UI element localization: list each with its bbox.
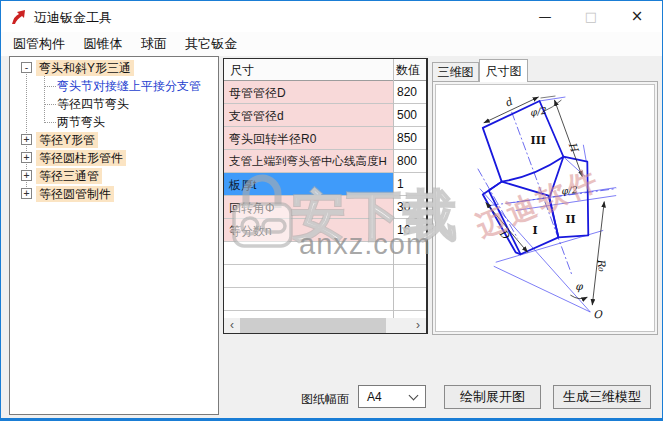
expand-icon[interactable]: + bbox=[21, 170, 32, 181]
horizontal-scrollbar[interactable]: ‹ › bbox=[224, 318, 426, 333]
parameter-table: 尺寸 数值 母管管径D 820 支管管径d 500 弯头回转半径R0 850 支… bbox=[223, 58, 428, 334]
table-row: 弯头回转半径R0 850 bbox=[224, 127, 426, 150]
tree-item-elbow-y-tee[interactable]: 弯头和斜Y形三通 bbox=[36, 59, 134, 77]
table-row-selected: 板厚t 1 bbox=[224, 173, 426, 196]
tree-item-equal-y-pipe[interactable]: 等径Y形管 bbox=[36, 131, 98, 149]
menu-item-cone[interactable]: 圆锥体 bbox=[76, 32, 129, 56]
vendor-watermark: 迈迪软件 bbox=[471, 162, 605, 243]
app-window: 迈迪钣金工具 — □ × 圆管构件 圆锥体 球面 其它钣金 弯头和斜Y形三通 -… bbox=[0, 0, 663, 421]
region-label-3: III bbox=[531, 134, 546, 147]
scrollbar-thumb[interactable] bbox=[240, 318, 386, 333]
scroll-left-icon[interactable]: ‹ bbox=[224, 318, 240, 333]
paper-size-label: 图纸幅面 bbox=[301, 391, 349, 408]
param-value[interactable]: 820 bbox=[394, 81, 427, 104]
param-value[interactable]: 30 bbox=[394, 196, 427, 219]
dim-label-H: H bbox=[567, 140, 582, 154]
generate-3d-model-button[interactable]: 生成三维模型 bbox=[553, 385, 651, 409]
param-label[interactable]: 母管管径D bbox=[224, 81, 393, 104]
header-dimension: 尺寸 bbox=[230, 62, 254, 79]
menu-bar: 圆管构件 圆锥体 球面 其它钣金 bbox=[1, 32, 662, 56]
dim-label-d: d bbox=[502, 95, 514, 109]
table-header: 尺寸 数值 bbox=[224, 59, 426, 81]
dim-label-phi: φ bbox=[575, 280, 583, 293]
dimension-drawing: d φ/2 H φ/2 D R₀ φ O I II III 迈迪软件 bbox=[435, 84, 655, 332]
dim-label-R0: R₀ bbox=[595, 258, 608, 272]
app-logo-icon bbox=[11, 9, 27, 25]
tab-dimension-view[interactable]: 尺寸图 bbox=[479, 59, 528, 82]
window-title: 迈迪钣金工具 bbox=[34, 9, 112, 27]
menu-item-pipe-components[interactable]: 圆管构件 bbox=[6, 32, 72, 56]
tree-item-branch-on-seam[interactable]: 弯头节对接缝上平接分支管 bbox=[54, 77, 204, 95]
table-row-empty bbox=[224, 265, 426, 288]
tree-item-equal-tee[interactable]: 等径三通管 bbox=[36, 167, 102, 185]
minimize-button[interactable]: — bbox=[522, 1, 568, 32]
param-label[interactable]: 支管上端到弯头管中心线高度H bbox=[224, 150, 393, 173]
param-value[interactable]: 850 bbox=[394, 127, 427, 150]
maximize-button[interactable]: □ bbox=[568, 1, 614, 32]
tree-item-equal-pipe-parts[interactable]: 等径圆管制件 bbox=[36, 185, 114, 203]
title-bar: 迈迪钣金工具 — □ × bbox=[1, 1, 662, 32]
region-label-1: I bbox=[533, 224, 538, 237]
param-label[interactable]: 弯头回转半径R0 bbox=[224, 127, 393, 150]
menu-item-other-sheetmetal[interactable]: 其它钣金 bbox=[178, 32, 244, 56]
table-row: 回转角Φ 30 bbox=[224, 196, 426, 219]
expand-icon[interactable]: + bbox=[21, 188, 32, 199]
param-value[interactable]: 16 bbox=[394, 219, 427, 242]
tree-item-cylindrical-fittings[interactable]: 等径圆柱形管件 bbox=[36, 149, 126, 167]
expand-icon[interactable]: + bbox=[21, 152, 32, 163]
header-value: 数值 bbox=[396, 62, 420, 79]
table-row: 支管管径d 500 bbox=[224, 104, 426, 127]
menu-item-sphere[interactable]: 球面 bbox=[134, 32, 174, 56]
dim-label-O: O bbox=[593, 308, 603, 320]
tree-item-two-section-elbow[interactable]: 两节弯头 bbox=[54, 113, 108, 131]
table-row-empty bbox=[224, 288, 426, 311]
dim-label-phi-half-top: φ/2 bbox=[529, 105, 547, 118]
close-button[interactable]: × bbox=[614, 1, 660, 32]
region-label-2: II bbox=[565, 213, 575, 226]
param-value[interactable]: 500 bbox=[394, 104, 427, 127]
draw-unfold-button[interactable]: 绘制展开图 bbox=[444, 385, 541, 409]
paper-size-select[interactable]: A4 bbox=[358, 385, 426, 408]
scroll-right-icon[interactable]: › bbox=[410, 318, 426, 333]
param-label[interactable]: 支管管径d bbox=[224, 104, 393, 127]
tree-connector bbox=[44, 69, 45, 123]
tab-3d-view[interactable]: 三维图 bbox=[432, 62, 479, 82]
param-label[interactable]: 等分数n bbox=[224, 219, 393, 242]
param-value[interactable]: 800 bbox=[394, 150, 427, 173]
tree-item-four-section-elbow[interactable]: 等径四节弯头 bbox=[54, 95, 132, 113]
chevron-down-icon bbox=[409, 391, 419, 401]
table-row: 母管管径D 820 bbox=[224, 81, 426, 104]
collapse-icon[interactable]: - bbox=[21, 62, 32, 73]
paper-size-value: A4 bbox=[367, 390, 382, 404]
table-row: 支管上端到弯头管中心线高度H 800 bbox=[224, 150, 426, 173]
param-label[interactable]: 回转角Φ bbox=[224, 196, 393, 219]
table-row: 等分数n 16 bbox=[224, 219, 426, 242]
param-value[interactable]: 1 bbox=[394, 173, 427, 196]
component-tree: 弯头和斜Y形三通 - 弯头节对接缝上平接分支管 等径四节弯头 两节弯头 等径Y形… bbox=[9, 56, 219, 415]
table-row-empty bbox=[224, 242, 426, 265]
expand-icon[interactable]: + bbox=[21, 134, 32, 145]
param-label[interactable]: 板厚t bbox=[224, 173, 393, 196]
